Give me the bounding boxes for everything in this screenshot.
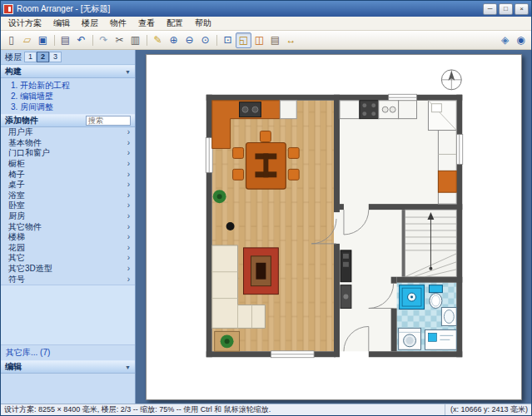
fireplace[interactable] [244,248,279,295]
category-row[interactable]: 其它3D造型 › [1,264,135,275]
category-row[interactable]: 卧室 › [1,201,135,211]
pan-icon[interactable]: ◈ [497,32,513,48]
print-icon[interactable]: ▤ [57,32,73,48]
undo-icon[interactable]: ↶ [73,32,89,48]
measure-icon[interactable]: ↔ [283,32,299,48]
app-window: Room Arranger - [无标题] ─□× 设计方案编辑楼层物件查看配置… [0,0,532,416]
category-row[interactable]: 浴室 › [1,191,135,201]
chevron-right-icon: › [127,212,130,220]
build-step-link[interactable]: 2. 编辑墙壁 [1,91,135,102]
side-table-plant[interactable] [215,331,240,351]
category-row[interactable]: 椅子 › [1,169,135,180]
open-icon[interactable]: ▱ [19,32,35,48]
shower[interactable] [400,285,425,310]
new-icon[interactable]: ▯ [3,32,19,48]
toilet[interactable] [429,285,442,309]
build-step-link[interactable]: 1. 开始新的工程 [1,80,135,91]
chevron-right-icon: › [127,191,130,200]
build-header[interactable]: 构建 ▼ [1,65,135,78]
toolbar: ▯▱▣▤↶↷✂▥✎⊕⊖⊙⊡◱◫▤↔ ◈◉ [1,31,531,50]
category-row[interactable]: 其它 › [1,253,135,264]
help-icon[interactable]: ◉ [513,32,529,48]
minimize-button[interactable]: ─ [483,3,497,15]
collapse-icon[interactable]: ▼ [125,69,131,75]
category-row[interactable]: 用户库 › [1,127,135,138]
build-header-label: 构建 [5,66,22,77]
appliance[interactable] [280,101,296,119]
maximize-button[interactable]: □ [499,3,513,15]
redo-icon[interactable]: ↷ [96,32,112,48]
build-steps: 1. 开始新的工程2. 编辑墙壁3. 房间调整 [1,78,135,114]
category-row[interactable]: 楼梯 › [1,232,135,243]
collapse-icon[interactable]: ▼ [125,364,131,370]
window-controls: ─□× [481,3,529,15]
floor-tabs: 123 [24,52,62,62]
corner-unit[interactable] [428,101,456,131]
chevron-right-icon: › [127,265,130,273]
build-step-link[interactable]: 3. 房间调整 [1,102,135,112]
show-walls-icon[interactable]: ▤ [267,32,283,48]
floor-tab[interactable]: 2 [37,52,49,62]
floor-tab[interactable]: 1 [24,52,37,62]
plant[interactable] [213,190,226,203]
menu-item[interactable]: 楼层 [76,17,104,30]
hall-cabinets[interactable] [341,250,351,309]
chevron-right-icon: › [127,149,130,157]
sink[interactable] [441,308,456,326]
cut-icon[interactable]: ✂ [112,32,127,48]
main-area: 楼层 123 构建 ▼ 1. 开始新的工程2. 编辑墙壁3. 房间调整 添加物件… [1,50,531,404]
sink-basin [382,106,388,112]
category-row[interactable]: 符号 › [1,274,135,285]
washing-machine[interactable] [399,328,421,349]
close-button[interactable]: × [515,3,529,15]
titlebar[interactable]: Room Arranger - [无标题] ─□× [1,1,531,17]
chevron-right-icon: › [127,201,130,210]
chevron-right-icon: › [127,233,130,241]
drawing-page[interactable] [146,54,522,400]
menu-item[interactable]: 帮助 [189,17,217,30]
more-libraries-link[interactable]: 其它库... (7) [1,345,135,360]
edit-header[interactable]: 编辑 ▼ [1,360,135,374]
edit-walls-icon[interactable]: ✎ [150,32,166,48]
menu-item[interactable]: 编辑 [47,17,76,30]
stool[interactable] [226,222,235,230]
chevron-right-icon: › [127,171,130,179]
copy-icon[interactable]: ▥ [127,32,143,48]
show-objects-icon[interactable]: ◫ [251,32,267,48]
kitchen-cabinets[interactable] [340,101,417,119]
floor-tab[interactable]: 3 [49,52,62,62]
menu-item[interactable]: 查看 [132,17,161,30]
chevron-right-icon: › [127,139,130,147]
category-row[interactable]: 门口和窗户 › [1,148,135,159]
menu-item[interactable]: 配置 [161,17,189,30]
zoom-fit-icon[interactable]: ⊡ [220,32,236,48]
zoom-out-icon[interactable]: ⊖ [181,32,197,48]
category-row[interactable]: 基本物件 › [1,138,135,149]
edit-header-label: 编辑 [5,361,22,373]
chevron-right-icon: › [127,244,130,252]
zoom-100-icon[interactable]: ⊙ [197,32,213,48]
add-objects-label: 添加物件 [5,115,38,126]
menu-item[interactable]: 物件 [104,17,132,30]
category-row[interactable]: 花园 › [1,243,135,254]
app-icon [3,4,13,14]
category-row[interactable]: 橱柜 › [1,159,135,170]
sidebar-footer [1,374,135,404]
staircase[interactable] [405,210,457,277]
zoom-in-icon[interactable]: ⊕ [166,32,181,48]
floor-label: 楼层 [5,52,22,63]
category-row[interactable]: 其它物件 › [1,221,135,232]
menu-item[interactable]: 设计方案 [2,17,47,30]
search-input[interactable] [86,116,131,126]
chevron-right-icon: › [127,275,130,284]
floor-plan-svg[interactable] [147,55,521,399]
bath-cabinet[interactable] [425,329,456,349]
save-icon[interactable]: ▣ [35,32,51,48]
drawing-canvas[interactable] [136,50,531,404]
chevron-right-icon: › [127,160,130,168]
view-3d-icon[interactable]: ◱ [236,32,251,48]
status-info: 设计方案: 8255 × 8400 毫米, 楼层: 2/3 -- 缩放: 75%… [4,404,440,415]
category-row[interactable]: 厨房 › [1,211,135,222]
right-counter[interactable] [438,131,456,205]
category-row[interactable]: 桌子 › [1,180,135,191]
